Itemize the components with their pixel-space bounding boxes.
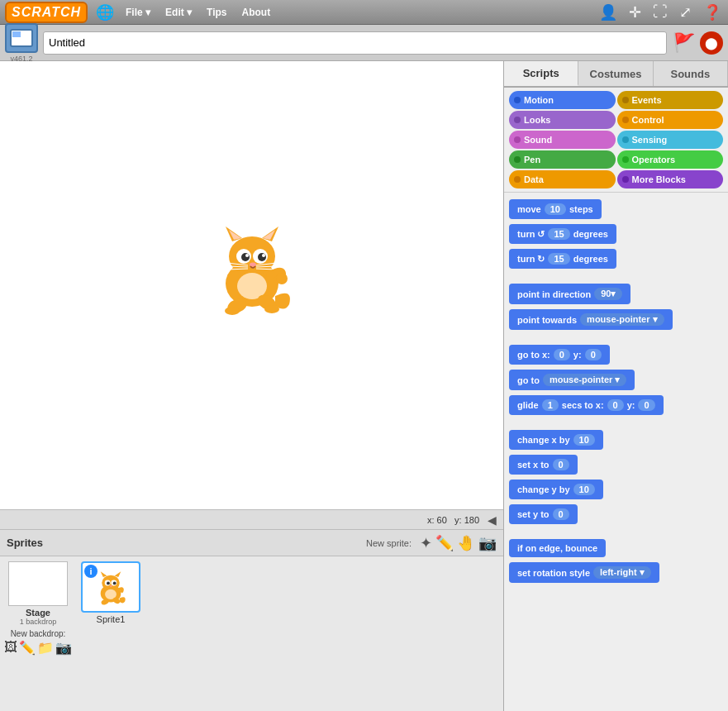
control-label: Control [632,115,664,125]
block-glide[interactable]: glide 1 secs to x: 0 y: 0 [509,395,664,415]
block-turn-cw[interactable]: turn ↻ 15 degrees [509,249,616,269]
block-point-towards-dropdown[interactable]: mouse-pointer ▾ [580,313,664,326]
new-sprite-label: New sprite: [366,538,412,548]
block-gap1 [509,274,723,279]
menu-tips[interactable]: Tips [203,5,230,20]
new-backdrop-upload[interactable]: 📁 [37,640,54,656]
globe-icon[interactable]: 🌐 [96,3,114,21]
new-backdrop-from-library[interactable]: 🖼 [4,640,17,656]
svg-point-28 [102,575,120,590]
green-flag-button[interactable]: 🚩 [672,31,695,55]
cat-sprite [202,213,302,323]
sprite1-info-button[interactable]: i [84,565,98,578]
block-glide-text3: y: [627,400,635,410]
category-operators[interactable]: Operators [617,150,724,169]
sound-label: Sound [524,135,552,145]
category-control[interactable]: Control [617,111,724,129]
help-icon[interactable]: ❓ [702,2,723,23]
block-goto-xy-x[interactable]: 0 [554,349,570,360]
menu-edit[interactable]: Edit ▾ [162,5,195,20]
block-goto[interactable]: go to mouse-pointer ▾ [509,370,635,390]
turbo-icon[interactable]: ⤢ [678,2,693,23]
stage-backdrop-count: 1 backdrop [20,618,57,626]
category-events[interactable]: Events [617,91,724,109]
category-motion[interactable]: Motion [509,91,616,109]
sprite1-item[interactable]: i [78,561,144,706]
block-glide-y[interactable]: 0 [638,399,654,411]
user-icon[interactable]: 👤 [597,2,619,23]
block-point-direction[interactable]: point in direction 90▾ [509,284,630,304]
block-turn-ccw-value[interactable]: 15 [548,228,569,240]
tab-costumes[interactable]: Costumes [578,61,653,86]
block-change-y[interactable]: change y by 10 [509,480,603,499]
category-sound[interactable]: Sound [509,131,616,149]
category-looks[interactable]: Looks [509,111,616,129]
stage-thumbnail[interactable] [8,561,68,606]
svg-point-11 [258,253,266,261]
block-glide-text2: secs to x: [562,400,604,410]
block-set-x[interactable]: set x to 0 [509,455,578,475]
block-set-x-text: set x to [517,460,550,470]
menu-file[interactable]: File ▾ [122,5,154,20]
stage-thumbnail-area: Stage 1 backdrop New backdrop: 🖼 ✏️ 📁 📷 [5,561,71,706]
new-sprite-paint-button[interactable]: ✏️ [435,534,454,552]
block-set-rotation[interactable]: set rotation style left-right ▾ [509,562,659,583]
fullscreen-icon[interactable]: ⛶ [651,2,669,22]
block-move[interactable]: move 10 steps [509,199,602,219]
block-turn-cw-value[interactable]: 15 [548,253,569,265]
category-pen[interactable]: Pen [509,150,616,169]
tab-scripts[interactable]: Scripts [504,61,578,86]
block-move-text1: move [517,204,541,214]
operators-dot [622,156,629,163]
block-goto-dropdown[interactable]: mouse-pointer ▾ [543,374,626,386]
control-dot [622,117,629,123]
toolbar-left: v461.2 [5,23,38,63]
block-change-x-value[interactable]: 10 [573,434,595,446]
scratch-logo[interactable]: SCRATCH [5,2,88,23]
new-backdrop-camera[interactable]: 📷 [55,640,72,656]
block-goto-xy[interactable]: go to x: 0 y: 0 [509,345,610,365]
block-if-edge-bounce[interactable]: if on edge, bounce [509,539,606,557]
block-turn-ccw[interactable]: turn ↺ 15 degrees [509,224,616,244]
svg-point-26 [276,273,288,284]
sensing-dot [622,136,629,143]
stage-coordinates: x: 60 y: 180 [427,515,479,525]
looks-dot [514,117,521,123]
svg-rect-1 [12,31,21,37]
block-change-y-value[interactable]: 10 [573,484,595,495]
block-set-rotation-text: set rotation style [517,568,590,578]
svg-point-24 [225,307,240,315]
new-sprite-upload-button[interactable]: 📷 [478,534,497,552]
events-dot [622,97,629,103]
collapse-button[interactable]: ◀ [488,513,497,527]
category-more-blocks[interactable]: More Blocks [617,170,724,188]
block-if-edge-text: if on edge, bounce [517,543,597,553]
category-data[interactable]: Data [509,170,616,188]
block-rotation-dropdown[interactable]: left-right ▾ [593,566,651,579]
new-sprite-from-library-button[interactable]: ✦ [420,534,432,552]
block-set-x-value[interactable]: 0 [553,459,569,470]
menu-about[interactable]: About [239,5,274,20]
block-set-y-value[interactable]: 0 [553,508,569,520]
tab-sounds[interactable]: Sounds [654,61,728,86]
arrows-icon[interactable]: ✛ [627,2,643,23]
block-change-x[interactable]: change x by 10 [509,430,603,450]
block-change-x-text: change x by [517,435,570,445]
new-backdrop-paint[interactable]: ✏️ [19,640,36,656]
svg-point-10 [241,253,250,261]
block-glide-secs[interactable]: 1 [542,399,559,411]
project-name-input[interactable] [43,31,667,55]
sprite1-thumbnail[interactable]: i [81,561,140,613]
block-set-y[interactable]: set y to 0 [509,504,578,524]
block-point-dir-dropdown[interactable]: 90▾ [594,288,622,300]
stop-button[interactable]: ⬤ [700,31,723,55]
category-sensing[interactable]: Sensing [617,131,724,149]
block-move-value[interactable]: 10 [545,203,566,215]
block-goto-xy-y[interactable]: 0 [585,349,602,360]
block-point-towards[interactable]: point towards mouse-pointer ▾ [509,309,673,330]
block-glide-x[interactable]: 0 [607,399,624,411]
new-sprite-surprise-button[interactable]: 🤚 [457,534,475,552]
tabs-bar: Scripts Costumes Sounds [504,61,728,88]
looks-label: Looks [524,115,550,125]
sprite-view-button[interactable] [5,23,38,53]
